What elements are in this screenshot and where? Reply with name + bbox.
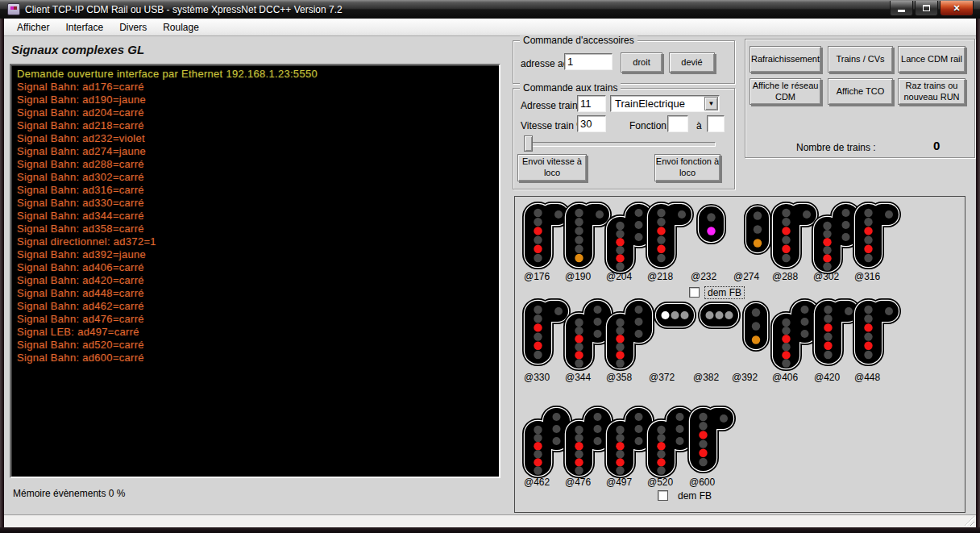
console-line: Signal Bahn: ad302=carré <box>17 171 499 184</box>
train-type-select[interactable]: TrainElectrique ▼ <box>610 95 720 112</box>
dem-fb-checkbox-1[interactable] <box>689 287 700 298</box>
console-line: Signal Bahn: ad232=violet <box>17 132 499 145</box>
page-title: Signaux complexes GL <box>11 43 144 56</box>
signal-graphic-@382 <box>696 299 743 331</box>
console-line: Signal Bahn: ad190=jaune <box>17 94 499 106</box>
window-frame-left <box>0 19 4 527</box>
accessory-address-input[interactable] <box>564 53 612 70</box>
console-line: Signal directionnel: ad372=1 <box>17 235 499 248</box>
app-icon <box>7 3 20 15</box>
signal-label-@520: @520 <box>647 477 673 488</box>
console-line: Signal Bahn: ad316=carré <box>17 184 499 197</box>
window-controls: ✕ <box>890 1 974 16</box>
signal-label-@462: @462 <box>524 477 550 488</box>
console-line: Signal Bahn: ad176=carré <box>17 81 499 94</box>
signal-label-@330: @330 <box>524 372 550 383</box>
console-line: Signal Bahn: ad448=carré <box>17 287 499 300</box>
signal-label-@204: @204 <box>606 271 632 282</box>
chevron-down-icon[interactable]: ▼ <box>704 97 718 110</box>
app-window: Client TCP-IP CDM Rail ou USB - système … <box>0 0 980 533</box>
train-count-label: Nombre de trains : <box>796 142 876 153</box>
signal-label-@372: @372 <box>649 372 675 383</box>
send-speed-button[interactable]: Envoi vitesse à loco <box>517 154 587 181</box>
console-line: Signal Bahn: ad476=carré <box>17 313 499 326</box>
menu-item-afficher[interactable]: Afficher <box>9 20 57 35</box>
maximize-button[interactable] <box>915 1 938 16</box>
signal-label-@176: @176 <box>524 271 550 282</box>
close-button[interactable]: ✕ <box>940 1 974 16</box>
menu-item-divers[interactable]: Divers <box>111 20 155 35</box>
to-label: à <box>696 120 702 131</box>
signal-graphic-@600 <box>685 403 739 476</box>
signal-label-@476: @476 <box>565 477 591 488</box>
console-line: Signal Bahn: ad420=carré <box>17 274 499 287</box>
train-type-value: TrainElectrique <box>615 98 685 110</box>
function-from-input[interactable] <box>667 115 688 132</box>
function-label: Fonction: <box>629 120 669 131</box>
train-address-input[interactable] <box>577 95 606 112</box>
signal-label-@392: @392 <box>732 372 758 383</box>
window-frame-right <box>976 19 980 527</box>
titlebar[interactable]: Client TCP-IP CDM Rail ou USB - système … <box>0 0 980 19</box>
speed-slider-handle[interactable] <box>524 135 533 152</box>
function-to-input[interactable] <box>707 115 725 132</box>
signal-graphic-@448 <box>850 296 904 369</box>
maximize-icon <box>923 5 930 11</box>
console-line: Signal Bahn: ad358=carré <box>17 223 499 235</box>
signal-graphic-@232 <box>694 202 729 247</box>
console-line: Signal Bahn: ad406=carré <box>17 261 499 274</box>
signal-label-@406: @406 <box>772 372 798 383</box>
console-line: Signal Bahn: ad218=carré <box>17 119 499 132</box>
menubar: Afficher Interface Divers Roulage <box>4 19 976 36</box>
speed-input[interactable] <box>577 115 606 132</box>
signal-graphic-@358 <box>602 296 657 373</box>
raz-trains-button[interactable]: Raz trains ou nouveau RUN <box>898 78 965 105</box>
console-line: Signal Bahn: ad520=carré <box>17 339 499 352</box>
signal-label-@218: @218 <box>647 271 673 282</box>
speed-label: Vitesse train % <box>521 120 585 131</box>
signal-label-@448: @448 <box>854 372 880 383</box>
lance-cdm-rail-button[interactable]: Lance CDM rail <box>898 46 965 73</box>
train-address-label: Adresse train : <box>521 100 583 111</box>
signal-label-@302: @302 <box>813 271 839 282</box>
accessory-group-title: Commande d'accessoires <box>520 35 637 46</box>
signal-display-panel: @176@190@204@218@232@274@288@302@316@330… <box>514 196 965 513</box>
dem-fb-checkbox-2[interactable] <box>658 490 668 501</box>
menu-item-roulage[interactable]: Roulage <box>155 20 207 35</box>
signal-label-@232: @232 <box>691 271 716 282</box>
menu-item-interface[interactable]: Interface <box>57 20 111 35</box>
console-line: Signal LEB: ad497=carré <box>17 326 499 339</box>
console-line: Signal Bahn: ad274=jaune <box>17 145 499 158</box>
dem-fb-label-2: dem FB <box>675 490 714 502</box>
console-line: Signal Bahn: ad392=jaune <box>17 248 499 261</box>
memory-status: Mémoire évènements 0 % <box>13 488 125 499</box>
console-line: Signal Bahn: ad462=carré <box>17 300 499 313</box>
signal-label-@497: @497 <box>606 477 632 488</box>
resize-grip-icon[interactable] <box>965 516 974 526</box>
signal-label-@382: @382 <box>693 372 719 383</box>
console-line: Signal Bahn: ad600=carré <box>17 352 499 364</box>
console-line: Signal Bahn: ad204=carré <box>17 106 499 119</box>
statusbar <box>4 514 976 527</box>
affiche-reseau-button[interactable]: Affiche le réseau CDM <box>750 78 821 105</box>
speed-slider-track[interactable] <box>524 142 716 147</box>
console-line: Signal Bahn: ad344=carré <box>17 210 499 223</box>
trains-cvs-button[interactable]: Trains / CVs <box>828 46 893 73</box>
signal-graphic-@218 <box>643 199 697 272</box>
signal-label-@316: @316 <box>854 271 880 282</box>
affiche-tco-button[interactable]: Affiche TCO <box>828 78 893 105</box>
train-count-value: 0 <box>933 139 940 152</box>
minimize-icon <box>898 10 905 12</box>
rafraichissement-button[interactable]: Rafraichissement <box>750 46 821 73</box>
signal-log-console[interactable]: Demande ouverture interface par Ethernet… <box>10 64 500 478</box>
train-group-title: Commande aux trains <box>520 82 621 94</box>
minimize-button[interactable] <box>890 1 913 16</box>
send-function-button[interactable]: Envoi fonction à loco <box>654 154 720 181</box>
signal-label-@358: @358 <box>606 372 632 383</box>
window-title: Client TCP-IP CDM Rail ou USB - système … <box>25 4 343 15</box>
signal-label-@190: @190 <box>565 271 591 282</box>
signal-label-@274: @274 <box>733 271 759 282</box>
signal-graphic-@372 <box>651 299 699 331</box>
droit-button[interactable]: droit <box>621 52 662 73</box>
devie-button[interactable]: devié <box>669 52 715 73</box>
